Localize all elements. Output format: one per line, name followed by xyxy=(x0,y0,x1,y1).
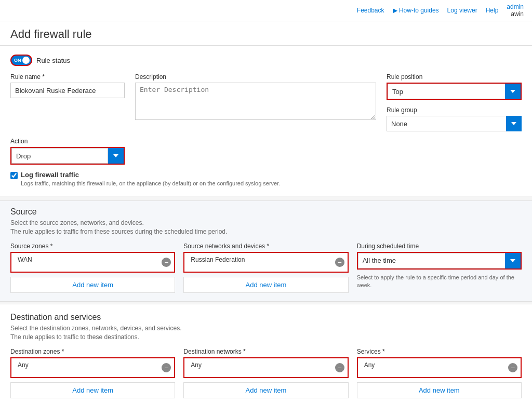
dest-zones-add-btn[interactable]: Add new item xyxy=(10,382,175,398)
destination-desc1: Select the destination zones, networks, … xyxy=(10,325,182,332)
dest-networks-add-btn[interactable]: Add new item xyxy=(183,382,348,398)
top-bar: Feedback ▶ How-to guides Log viewer Help… xyxy=(0,0,532,21)
admin-block: admin awin xyxy=(507,3,524,18)
rule-status-label: Rule status xyxy=(36,57,70,64)
log-traffic-text-block: Log firewall traffic Logs traffic, match… xyxy=(21,171,280,187)
action-arrow xyxy=(108,148,124,164)
video-icon: ▶ xyxy=(393,7,397,14)
dest-zones-value: Any xyxy=(16,360,31,370)
source-zones-add-btn[interactable]: Add new item xyxy=(10,277,175,293)
services-box[interactable]: Any − xyxy=(357,357,522,378)
destination-desc: Select the destination zones, networks, … xyxy=(10,324,522,342)
source-fields-row: Source zones * WAN − Add new item Source… xyxy=(10,243,522,293)
during-time-select[interactable]: All the time xyxy=(358,253,521,268)
log-viewer-link[interactable]: Log viewer xyxy=(447,7,477,14)
dest-zones-box[interactable]: Any − xyxy=(10,357,175,378)
help-link[interactable]: Help xyxy=(486,7,499,14)
services-label: Services * xyxy=(357,348,522,355)
during-time-group: During scheduled time All the time Selec… xyxy=(357,243,522,290)
page-title: Add firewall rule xyxy=(10,28,522,41)
rule-name-input[interactable] xyxy=(10,83,125,98)
dest-zones-label: Destination zones * xyxy=(10,348,175,355)
destination-title: Destination and services xyxy=(10,313,522,322)
rule-name-group: Rule name * xyxy=(10,73,125,98)
action-label: Action xyxy=(10,138,125,145)
source-networks-group: Source networks and devices * Russian Fe… xyxy=(183,243,348,293)
log-traffic-row: Log firewall traffic Logs traffic, match… xyxy=(10,171,522,187)
services-value: Any xyxy=(362,360,377,370)
description-textarea[interactable] xyxy=(135,83,376,120)
rule-status-toggle[interactable]: ON xyxy=(10,55,32,66)
feedback-link[interactable]: Feedback xyxy=(357,7,384,14)
description-group: Description xyxy=(135,73,376,120)
form-row-action: Action Drop xyxy=(10,138,522,165)
dest-networks-value: Any xyxy=(189,360,204,370)
action-select[interactable]: Drop xyxy=(11,148,108,164)
destination-fields-row: Destination zones * Any − Add new item D… xyxy=(10,348,522,403)
destination-desc2: The rule applies to traffic to these des… xyxy=(10,333,139,341)
services-group: Services * Any − Add new item Services a… xyxy=(357,348,522,403)
rule-position-group: Rule position Top Rule group None xyxy=(387,73,522,131)
rule-group-select[interactable]: None xyxy=(387,116,522,131)
log-traffic-label: Log firewall traffic xyxy=(21,171,280,179)
admin-label: admin xyxy=(507,3,524,10)
source-networks-box[interactable]: Russian Federation − xyxy=(183,252,348,273)
log-traffic-subtext: Logs traffic, matching this firewall rul… xyxy=(21,180,280,187)
description-label: Description xyxy=(135,73,376,80)
source-zones-remove[interactable]: − xyxy=(162,258,171,267)
source-networks-add-btn[interactable]: Add new item xyxy=(183,277,348,293)
destination-section: Destination and services Select the dest… xyxy=(0,304,532,403)
toggle-knob xyxy=(22,57,30,64)
page-header: Add firewall rule xyxy=(0,21,532,46)
awin-label: awin xyxy=(511,10,524,18)
rule-name-label: Rule name * xyxy=(10,73,125,80)
form-row-1: Rule name * Description Rule position To… xyxy=(10,73,522,131)
log-traffic-checkbox[interactable] xyxy=(10,172,18,179)
services-add-btn[interactable]: Add new item xyxy=(357,382,522,398)
source-networks-label: Source networks and devices * xyxy=(183,243,348,250)
source-section: Source Select the source zones, networks… xyxy=(0,200,532,302)
source-zones-label: Source zones * xyxy=(10,243,175,250)
basic-settings-section: ON Rule status Rule name * Description R… xyxy=(0,46,532,196)
dest-zones-remove[interactable]: − xyxy=(162,363,171,372)
dest-networks-remove[interactable]: − xyxy=(335,363,344,372)
dest-networks-box[interactable]: Any − xyxy=(183,357,348,378)
during-time-label: During scheduled time xyxy=(357,243,522,250)
during-time-note: Select to apply the rule to a specific t… xyxy=(357,274,522,290)
source-networks-value: Russian Federation xyxy=(189,255,247,264)
source-networks-remove[interactable]: − xyxy=(335,258,344,267)
source-zones-group: Source zones * WAN − Add new item xyxy=(10,243,175,293)
rule-position-label: Rule position xyxy=(387,73,522,80)
source-desc2: The rule applies to traffic from these s… xyxy=(10,228,227,235)
action-group: Action Drop xyxy=(10,138,125,165)
rule-position-select[interactable]: Top xyxy=(388,84,507,99)
services-remove[interactable]: − xyxy=(508,363,517,372)
source-zones-value: WAN xyxy=(16,255,34,264)
dest-networks-label: Destination networks * xyxy=(183,348,348,355)
source-zones-box[interactable]: WAN − xyxy=(10,252,175,273)
rule-position-arrow xyxy=(505,84,521,99)
source-title: Source xyxy=(10,207,522,217)
content: ON Rule status Rule name * Description R… xyxy=(0,46,532,403)
dest-zones-group: Destination zones * Any − Add new item xyxy=(10,348,175,398)
toggle-on-label: ON xyxy=(14,58,21,63)
rule-group-label: Rule group xyxy=(387,106,522,114)
dest-networks-group: Destination networks * Any − Add new ite… xyxy=(183,348,348,398)
rule-status-row: ON Rule status xyxy=(10,55,522,66)
source-desc1: Select the source zones, networks, and d… xyxy=(10,219,144,226)
source-desc: Select the source zones, networks, and d… xyxy=(10,219,522,236)
how-to-link[interactable]: ▶ How-to guides xyxy=(393,7,439,14)
